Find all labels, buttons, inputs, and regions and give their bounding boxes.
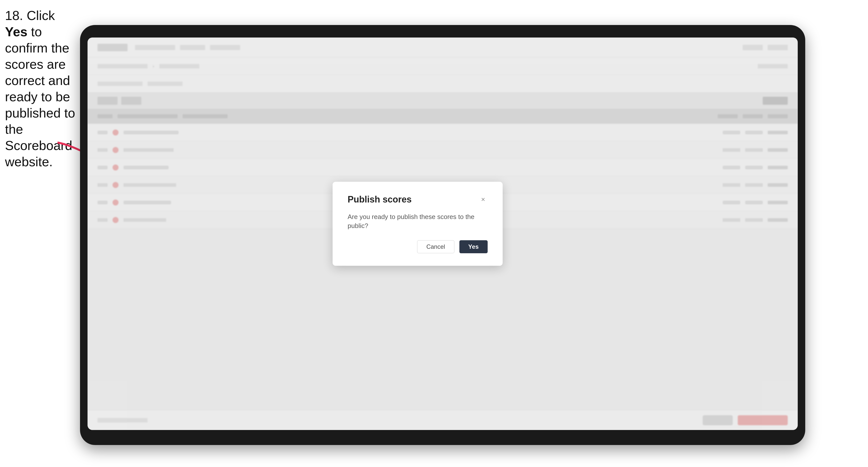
yes-emphasis: Yes	[5, 25, 28, 39]
modal-body: Are you ready to publish these scores to…	[348, 212, 488, 230]
cancel-button[interactable]: Cancel	[417, 240, 454, 253]
tablet-body: ›	[80, 25, 805, 445]
modal-overlay: Publish scores × Are you ready to publis…	[88, 37, 798, 430]
tablet-device: ›	[80, 25, 805, 445]
instruction-text: 18. Click Yes to confirm the scores are …	[5, 7, 78, 170]
step-number: 18.	[5, 8, 23, 23]
publish-scores-modal: Publish scores × Are you ready to publis…	[333, 182, 503, 266]
tablet-screen: ›	[88, 37, 798, 430]
modal-title: Publish scores	[348, 194, 412, 205]
modal-message: Are you ready to publish these scores to…	[348, 212, 488, 230]
instruction-suffix: to confirm the scores are correct and re…	[5, 25, 75, 169]
modal-footer: Cancel Yes	[348, 240, 488, 253]
instruction-prefix: Click	[27, 8, 55, 23]
modal-close-button[interactable]: ×	[478, 195, 488, 204]
modal-header: Publish scores ×	[348, 194, 488, 205]
yes-button[interactable]: Yes	[459, 240, 488, 253]
